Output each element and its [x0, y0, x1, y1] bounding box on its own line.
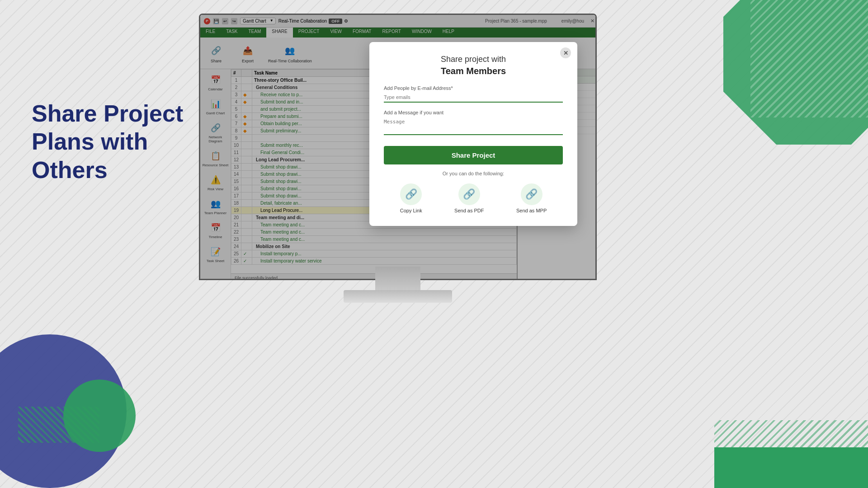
share-project-button[interactable]: Share Project [384, 146, 563, 164]
monitor: P 💾 ↩ ↪ Gantt Chart ▼ Real-Time Collabor… [199, 14, 606, 307]
deco-top-right-stripe [750, 0, 868, 117]
promo-title: Share Project Plans with Others [32, 99, 203, 184]
action-label: Send as PDF [454, 208, 484, 213]
action-icon: 🔗 [458, 183, 480, 205]
message-label: Add a Message if you want [384, 110, 563, 115]
email-label: Add People by E-mail Address* [384, 85, 563, 91]
modal-action-send-as-pdf[interactable]: 🔗 Send as PDF [454, 183, 484, 213]
modal-or-text: Or you can do the following: [384, 171, 563, 176]
email-input[interactable] [384, 93, 563, 103]
action-label: Copy Link [400, 208, 422, 213]
deco-stripe-bottom-left [18, 407, 99, 443]
modal-subtitle: Team Members [384, 66, 563, 76]
deco-bottom-right-stripe [714, 420, 868, 447]
modal-close-button[interactable]: ✕ [560, 47, 571, 58]
monitor-screen: P 💾 ↩ ↪ Gantt Chart ▼ Real-Time Collabor… [199, 14, 597, 280]
modal-actions: 🔗 Copy Link 🔗 Send as PDF 🔗 Send as MPP [384, 183, 563, 213]
message-input[interactable] [384, 117, 563, 135]
modal-action-copy-link[interactable]: 🔗 Copy Link [400, 183, 422, 213]
action-icon: 🔗 [521, 183, 542, 205]
action-label: Send as MPP [516, 208, 547, 213]
deco-bottom-left [0, 316, 154, 488]
modal-action-send-as-mpp[interactable]: 🔗 Send as MPP [516, 183, 547, 213]
monitor-stand-base [344, 290, 452, 303]
monitor-stand-neck [375, 267, 420, 294]
deco-bottom-right [714, 447, 868, 488]
left-text-block: Share Project Plans with Others [32, 99, 203, 184]
action-icon: 🔗 [400, 183, 422, 205]
modal-title: Share project with [384, 55, 563, 64]
modal-overlay: ✕ Share project with Team Members Add Pe… [200, 15, 595, 279]
share-modal: ✕ Share project with Team Members Add Pe… [369, 42, 577, 226]
